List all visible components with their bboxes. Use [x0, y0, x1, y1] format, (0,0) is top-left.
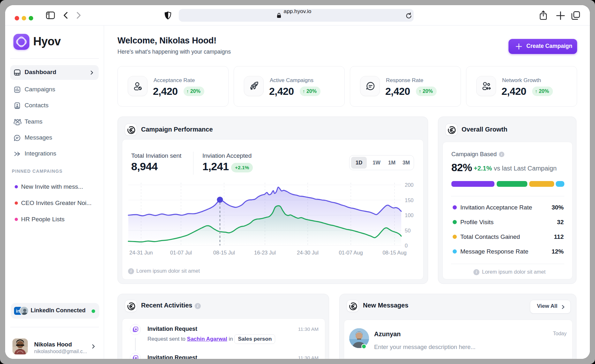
svg-text:01-07 Jul: 01-07 Jul [170, 250, 192, 255]
svg-text:16-23 Jul: 16-23 Jul [254, 250, 276, 255]
svg-text:200: 200 [405, 182, 414, 188]
svg-text:0: 0 [405, 243, 408, 248]
svg-text:01-07 Aug: 01-07 Aug [339, 250, 363, 255]
svg-text:24-30 Jul: 24-30 Jul [297, 250, 319, 255]
svg-text:24-31 Jun: 24-31 Jun [129, 250, 153, 255]
svg-text:08-15 Aug: 08-15 Aug [382, 250, 406, 255]
svg-text:100: 100 [405, 212, 414, 218]
svg-text:150: 150 [405, 197, 414, 203]
svg-text:50: 50 [405, 228, 410, 233]
svg-text:08-15 Jul: 08-15 Jul [213, 250, 235, 255]
